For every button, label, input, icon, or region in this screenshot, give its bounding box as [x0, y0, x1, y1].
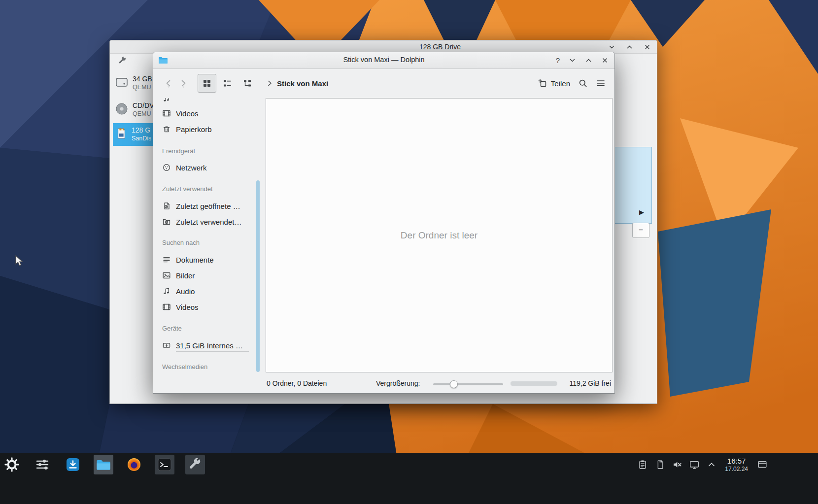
settings-sliders-button[interactable]: [33, 455, 52, 474]
close-icon[interactable]: [601, 57, 609, 65]
sliders-icon: [34, 457, 50, 472]
sidebar-item-zuletzt-verwendete[interactable]: Zuletzt verwendet…: [157, 214, 254, 230]
breadcrumb-location[interactable]: Stick von Maxi: [277, 79, 328, 88]
search-icon: [578, 78, 588, 88]
show-desktop-button[interactable]: [756, 458, 769, 471]
discover-icon: [65, 457, 81, 472]
sd-card-icon: [115, 127, 128, 142]
sidebar-item-label: Papierkorb: [176, 125, 212, 134]
display-icon[interactable]: [688, 458, 701, 471]
breadcrumb-chevron-icon: [266, 80, 273, 87]
dolphin-task-button[interactable]: [94, 455, 113, 474]
kde-logo-icon: [4, 457, 20, 472]
minimize-icon[interactable]: [608, 43, 615, 51]
sidebar-item-label: Audio: [176, 287, 195, 296]
dolphin-titlebar[interactable]: Stick von Maxi — Dolphin ?: [153, 52, 614, 69]
device-notifier-icon[interactable]: [653, 458, 666, 471]
clock[interactable]: 16:57 17.02.24: [725, 457, 748, 472]
sidebar-item-bilder[interactable]: Bilder: [157, 268, 254, 283]
hamburger-menu-icon: [596, 78, 606, 88]
mouse-cursor-icon: [15, 255, 26, 267]
share-icon: [538, 78, 547, 88]
sidebar-item-netzwerk[interactable]: Netzwerk: [157, 160, 254, 175]
audio-muted-icon[interactable]: [671, 458, 683, 471]
music-note-icon: [162, 287, 171, 296]
close-icon[interactable]: [643, 43, 651, 51]
free-space-bar: [511, 381, 557, 386]
capacity-bar: [176, 351, 249, 352]
partition-block[interactable]: [614, 147, 652, 224]
maximize-icon[interactable]: [584, 57, 592, 65]
hamburger-menu-button[interactable]: [592, 74, 610, 92]
discover-button[interactable]: [63, 455, 83, 474]
share-button[interactable]: Teilen: [534, 75, 574, 91]
section-header-fremdgeraet: Fremdgerät: [157, 144, 254, 158]
share-label: Teilen: [551, 79, 570, 88]
recent-folder-icon: [162, 217, 171, 226]
konsole-task-button[interactable]: [155, 455, 174, 474]
wrench-icon: [188, 457, 203, 472]
folder-view[interactable]: Der Ordner ist leer: [266, 98, 613, 372]
recent-document-icon: [162, 202, 171, 210]
sidebar-scrollbar[interactable]: [255, 98, 261, 374]
expander-arrow[interactable]: ▶: [639, 208, 644, 216]
sidebar-item-label: Netzwerk: [176, 164, 207, 172]
sidebar-item-videos-suche[interactable]: Videos: [157, 299, 254, 315]
wrench-icon[interactable]: [118, 56, 127, 67]
window-title: Stick von Maxi — Dolphin: [153, 56, 614, 64]
statusbar: 0 Ordner, 0 Dateien Vergrößerung: 119,2 …: [153, 374, 614, 393]
empty-folder-message: Der Ordner ist leer: [401, 230, 477, 241]
sidebar-item-papierkorb[interactable]: Papierkorb: [157, 121, 254, 137]
details-view-button[interactable]: [218, 74, 237, 93]
folder-icon: [96, 459, 111, 470]
partition-manager-task-button[interactable]: [185, 455, 205, 474]
film-icon: [162, 109, 171, 118]
item-count: 0 Ordner, 0 Dateien: [267, 379, 327, 387]
sidebar-item-label: 31,5 GiB Internes …: [176, 341, 243, 350]
firefox-button[interactable]: [124, 455, 144, 474]
breadcrumb[interactable]: Stick von Maxi: [266, 79, 328, 88]
trash-icon: [162, 125, 171, 134]
help-button[interactable]: ?: [556, 56, 560, 65]
sidebar-item-videos[interactable]: Videos: [157, 105, 254, 121]
sidebar-item-label: Videos: [176, 303, 199, 311]
places-panel: Videos Papierkorb Fremdgerät Netzwerk Zu…: [153, 98, 254, 374]
zoom-slider-handle[interactable]: [450, 380, 458, 388]
device-name: CD/DV: [133, 101, 154, 110]
terminal-icon: [157, 457, 172, 472]
maximize-icon[interactable]: [625, 43, 633, 51]
sidebar-item-label: Dokumente: [176, 256, 214, 264]
device-detail: SanDis: [132, 135, 151, 143]
hard-disk-icon: [115, 75, 129, 91]
chevron-up-icon[interactable]: [705, 458, 718, 471]
back-button[interactable]: [161, 75, 176, 92]
sidebar-item-dokumente[interactable]: Dokumente: [157, 252, 254, 268]
desktop: 128 GB Drive 34 GB QEMU: [0, 0, 818, 504]
section-header-zuletzt-verwendet: Zuletzt verwendet: [157, 182, 254, 196]
sidebar-item-zuletzt-geoeffnete[interactable]: Zuletzt geöffnete …: [157, 198, 254, 214]
firefox-icon: [126, 457, 142, 472]
sidebar-item-audio[interactable]: Audio: [157, 283, 254, 299]
tree-view-button[interactable]: [238, 74, 257, 93]
device-detail: QEMU: [133, 84, 152, 92]
section-header-wechselmedien: Wechselmedien: [157, 360, 254, 373]
zoom-slider[interactable]: [433, 383, 503, 385]
film-icon: [162, 302, 171, 311]
free-space-label: 119,2 GiB frei: [569, 379, 611, 387]
search-button[interactable]: [574, 74, 592, 92]
sidebar-item-label: Videos: [176, 109, 199, 118]
document-lines-icon: [162, 255, 171, 264]
scrollbar-thumb[interactable]: [256, 180, 260, 372]
sidebar-item-label: Bilder: [176, 271, 195, 280]
forward-button[interactable]: [176, 75, 191, 92]
clock-date: 17.02.24: [725, 466, 748, 472]
minimize-icon[interactable]: [568, 57, 576, 65]
icons-view-button[interactable]: [198, 74, 216, 93]
collapse-button[interactable]: −: [632, 223, 649, 238]
device-name: 128 G: [132, 126, 151, 135]
app-launcher-button[interactable]: [2, 455, 22, 474]
image-icon: [162, 271, 171, 280]
sidebar-item-interner-speicher[interactable]: 31,5 GiB Internes …: [157, 337, 254, 353]
globe-icon: [162, 163, 171, 172]
clipboard-icon[interactable]: [636, 458, 649, 471]
